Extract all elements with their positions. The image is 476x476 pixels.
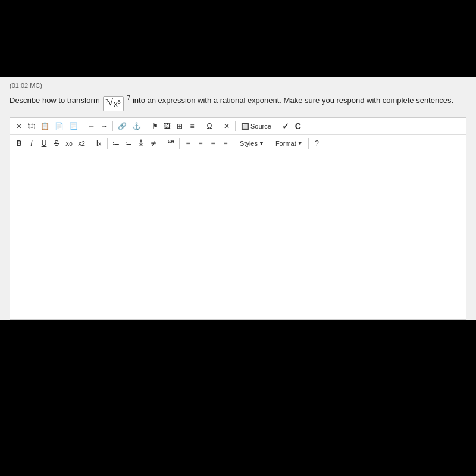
superscript-button[interactable]: x2 xyxy=(76,137,87,149)
format-dropdown[interactable]: Format ▼ xyxy=(273,139,305,148)
page-wrapper: (01:02 MC) Describe how to transform 7 √… xyxy=(0,0,476,476)
source-button[interactable]: 🔲 Source xyxy=(239,122,274,131)
source-icon: 🔲 xyxy=(241,123,249,130)
radical-sign: √ xyxy=(108,98,113,107)
link-button[interactable]: 🔗 xyxy=(116,120,129,132)
format-label: Format xyxy=(275,140,296,147)
sep11 xyxy=(179,138,180,149)
bold-button[interactable]: B xyxy=(14,137,24,149)
strikethrough-button[interactable]: S xyxy=(51,137,62,149)
sep3 xyxy=(146,121,146,131)
image-button[interactable]: 🖼 xyxy=(162,120,173,132)
radical-content: x5 xyxy=(113,98,121,110)
sep2 xyxy=(112,121,113,131)
paste-word-button[interactable]: 📃 xyxy=(67,120,80,132)
copy-button[interactable]: ⿻ xyxy=(26,120,37,132)
flag-button[interactable]: ⚑ xyxy=(149,120,160,132)
help-button[interactable]: ? xyxy=(312,137,322,149)
underline-button[interactable]: U xyxy=(39,137,49,149)
align-right-button[interactable]: ≡ xyxy=(208,137,218,149)
table-button[interactable]: ⊞ xyxy=(174,120,185,132)
cut-button[interactable]: ✕ xyxy=(14,120,24,132)
align-justify-button[interactable]: ≡ xyxy=(220,137,231,149)
styles-dropdown[interactable]: Styles ▼ xyxy=(237,139,267,148)
unlink-button[interactable]: ⚓ xyxy=(130,120,143,132)
bottom-black-area xyxy=(0,320,476,476)
sep1 xyxy=(83,121,83,131)
question-text-after: into an expression with a rational expon… xyxy=(133,96,453,105)
sep7 xyxy=(277,121,277,131)
format-arrow-icon: ▼ xyxy=(298,140,303,146)
sep8 xyxy=(90,138,90,149)
sep10 xyxy=(162,138,162,149)
numbered-list-button[interactable]: ≔ xyxy=(111,137,121,149)
editor-content-area[interactable] xyxy=(10,152,466,319)
align-left-button[interactable]: ≡ xyxy=(183,137,193,149)
toolbar-row1: ✕ ⿻ 📋 📄 📃 ← → 🔗 ⚓ ⚑ 🖼 ⊞ ≡ Ω ✕ xyxy=(10,118,466,135)
align-center-button[interactable]: ≡ xyxy=(195,137,206,149)
top-black-area xyxy=(0,0,476,77)
subscript-button[interactable]: xo xyxy=(64,137,74,149)
bullet-list-button[interactable]: ≔ xyxy=(123,137,134,149)
italic-button[interactable]: I xyxy=(26,137,37,149)
sep6 xyxy=(235,121,236,131)
blockquote-button[interactable]: ❝❞ xyxy=(165,137,176,149)
sep5 xyxy=(218,121,218,131)
sep14 xyxy=(308,138,309,149)
question-text: Describe how to transform 7 √ x5 7 into … xyxy=(10,93,466,111)
styles-arrow-icon: ▼ xyxy=(259,140,264,146)
clear-format-button[interactable]: Ix xyxy=(93,137,104,149)
omega-button[interactable]: Ω xyxy=(204,120,215,132)
sep4 xyxy=(201,121,201,131)
question-exponent-outer: 7 xyxy=(127,96,130,105)
question-label: (01:02 MC) xyxy=(10,82,466,89)
x-button[interactable]: ✕ xyxy=(221,120,232,132)
main-content: (01:02 MC) Describe how to transform 7 √… xyxy=(0,77,476,320)
outdent-button[interactable]: ⁑ xyxy=(136,137,146,149)
question-text-before: Describe how to transform xyxy=(10,96,102,105)
source-label: Source xyxy=(250,123,271,130)
exponent: 5 xyxy=(118,99,121,105)
sep9 xyxy=(107,138,108,149)
check-button[interactable]: ✓ xyxy=(280,120,291,132)
math-expression: 7 √ x5 xyxy=(103,96,123,111)
paste-button[interactable]: 📋 xyxy=(39,120,51,132)
indent-button[interactable]: ≢ xyxy=(148,137,159,149)
sep12 xyxy=(234,138,234,149)
styles-label: Styles xyxy=(240,140,258,147)
undo-button[interactable]: ← xyxy=(86,120,97,132)
sep13 xyxy=(270,138,270,149)
redo-button[interactable]: → xyxy=(99,120,109,132)
list-button[interactable]: ≡ xyxy=(187,120,198,132)
rich-text-editor[interactable]: ✕ ⿻ 📋 📄 📃 ← → 🔗 ⚓ ⚑ 🖼 ⊞ ≡ Ω ✕ xyxy=(10,117,466,320)
paste-text-button[interactable]: 📄 xyxy=(53,120,65,132)
toolbar-row2: B I U S xo x2 Ix ≔ ≔ ⁑ ≢ ❝❞ ≡ ≡ ≡ ≡ xyxy=(10,135,466,152)
refresh-button[interactable]: C xyxy=(293,120,303,132)
